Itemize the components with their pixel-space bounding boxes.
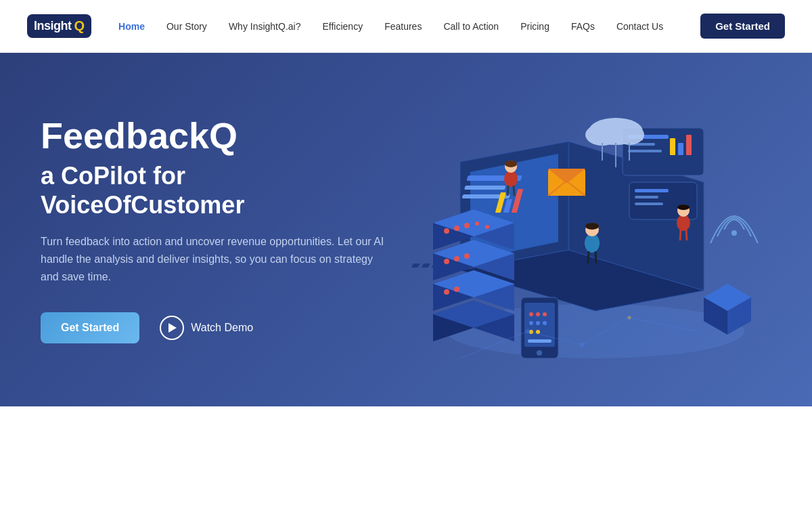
svg-rect-23 — [686, 135, 692, 155]
logo-text: Insight — [34, 19, 72, 33]
svg-point-79 — [543, 321, 547, 325]
svg-line-65 — [588, 251, 589, 263]
svg-point-77 — [529, 321, 533, 325]
svg-line-70 — [680, 230, 681, 240]
svg-line-60 — [508, 186, 508, 196]
nav-item-features[interactable]: Features — [384, 21, 422, 32]
nav-get-started-button[interactable]: Get Started — [700, 14, 785, 39]
svg-point-64 — [585, 223, 599, 230]
svg-point-39 — [454, 226, 459, 231]
svg-point-62 — [585, 234, 600, 253]
svg-point-59 — [505, 161, 517, 167]
svg-rect-27 — [635, 203, 663, 205]
nav-item-contact[interactable]: Contact Us — [616, 21, 663, 32]
bottom-section — [0, 406, 812, 508]
svg-point-38 — [444, 228, 449, 234]
hero-title-line1: FeedbackQ — [41, 116, 420, 156]
navbar: InsightQ Home Our Story Why InsightQ.ai?… — [0, 0, 812, 53]
svg-point-40 — [464, 223, 470, 228]
nav-item-home[interactable]: Home — [118, 21, 145, 32]
watch-demo-label: Watch Demo — [191, 322, 253, 334]
svg-rect-82 — [528, 339, 551, 343]
svg-line-66 — [595, 251, 596, 263]
hero-section: FeedbackQ a CoPilot for VoiceOfCustomer … — [0, 53, 812, 406]
play-icon — [160, 316, 184, 340]
svg-rect-12 — [422, 263, 430, 268]
nav-item-faqs[interactable]: FAQs — [571, 21, 595, 32]
play-triangle-icon — [168, 323, 177, 333]
svg-point-48 — [464, 253, 470, 259]
svg-rect-21 — [670, 138, 675, 155]
nav-item-pricing[interactable]: Pricing — [520, 21, 549, 32]
svg-rect-26 — [635, 196, 658, 198]
nav-item-our-story[interactable]: Our Story — [166, 21, 207, 32]
svg-point-76 — [543, 312, 547, 316]
svg-line-71 — [686, 230, 687, 240]
svg-rect-31 — [589, 133, 643, 140]
svg-point-75 — [536, 312, 540, 316]
svg-point-46 — [444, 259, 449, 264]
svg-point-87 — [731, 230, 737, 236]
svg-point-53 — [454, 287, 459, 292]
hero-actions: Get Started Watch Demo — [41, 312, 420, 343]
watch-demo-button[interactable]: Watch Demo — [160, 316, 253, 340]
svg-point-52 — [444, 289, 449, 295]
nav-item-efficiency[interactable]: Efficiency — [322, 21, 363, 32]
svg-rect-5 — [464, 186, 506, 190]
svg-point-47 — [454, 256, 459, 261]
hero-get-started-button[interactable]: Get Started — [41, 312, 139, 343]
logo[interactable]: InsightQ — [27, 14, 91, 38]
nav-links: Home Our Story Why InsightQ.ai? Efficien… — [118, 21, 700, 32]
svg-rect-20 — [628, 150, 662, 152]
svg-line-61 — [514, 186, 514, 196]
svg-point-97 — [580, 343, 584, 347]
svg-rect-22 — [678, 143, 683, 155]
svg-rect-25 — [635, 189, 669, 192]
logo-q: Q — [74, 18, 85, 34]
svg-point-42 — [485, 225, 489, 229]
nav-item-why[interactable]: Why InsightQ.ai? — [229, 21, 301, 32]
svg-point-98 — [627, 316, 631, 320]
svg-point-67 — [677, 215, 690, 231]
nav-item-cta[interactable]: Call to Action — [443, 21, 499, 32]
hero-description: Turn feedback into action and uncover re… — [41, 233, 392, 285]
hero-illustration — [420, 53, 771, 406]
svg-point-69 — [677, 205, 690, 210]
svg-point-74 — [529, 312, 533, 316]
hero-title-line2: a CoPilot for VoiceOfCustomer — [41, 161, 420, 219]
svg-point-83 — [537, 350, 542, 356]
hero-illustration-svg — [392, 74, 771, 385]
svg-point-96 — [526, 329, 530, 333]
hero-content: FeedbackQ a CoPilot for VoiceOfCustomer … — [41, 116, 420, 344]
svg-point-41 — [475, 221, 479, 226]
svg-point-78 — [536, 321, 540, 325]
svg-point-57 — [504, 171, 518, 187]
